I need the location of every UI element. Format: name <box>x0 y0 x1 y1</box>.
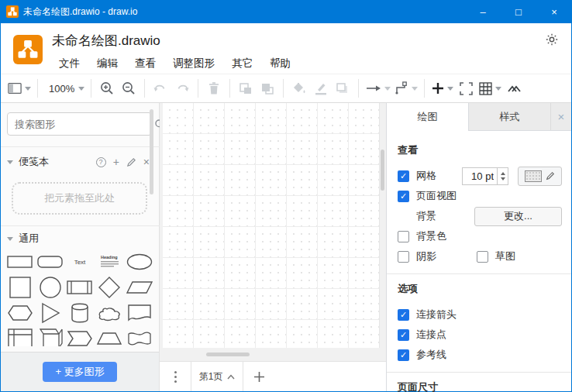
background-label: 背景 <box>416 209 436 223</box>
background-color-label: 背景色 <box>416 229 446 243</box>
fill-color-button[interactable] <box>288 77 310 99</box>
page-size-section-title: 页面尺寸 <box>398 380 562 392</box>
page-view-label: 页面视图 <box>416 189 457 203</box>
guides-checkbox[interactable]: ✓ <box>398 349 409 361</box>
shape-step[interactable] <box>66 327 94 347</box>
connection-arrow-button[interactable] <box>364 77 392 99</box>
connection-arrows-checkbox[interactable]: ✓ <box>398 309 409 321</box>
minimize-button[interactable]: – <box>465 0 501 23</box>
chevron-down-icon <box>7 160 13 164</box>
background-color-checkbox[interactable] <box>398 231 409 242</box>
menu-item-edit[interactable]: 编辑 <box>88 55 126 72</box>
shape-palette: Text Heading <box>5 249 154 346</box>
shape-search <box>7 112 152 136</box>
menu-item-view[interactable]: 查看 <box>126 55 164 72</box>
shape-circle[interactable] <box>36 276 64 299</box>
shape-text[interactable]: Text <box>66 250 94 273</box>
shape-process[interactable] <box>66 276 94 299</box>
chevron-down-icon <box>412 87 418 91</box>
menu-item-file[interactable]: 文件 <box>50 55 88 72</box>
tab-diagram[interactable]: 绘图 <box>387 103 469 131</box>
table-button[interactable] <box>477 77 503 99</box>
edit-pencil-icon[interactable] <box>126 157 136 167</box>
general-section[interactable]: 通用 <box>7 230 150 247</box>
grid-size-input[interactable] <box>462 167 498 185</box>
search-input[interactable] <box>8 119 154 130</box>
add-page-button[interactable] <box>243 362 274 391</box>
dropzone-hint: 把元素拖至此处 <box>44 191 115 205</box>
grid-checkbox[interactable]: ✓ <box>398 170 409 182</box>
sketch-checkbox[interactable] <box>477 251 488 263</box>
sidebar-scrollbar[interactable] <box>150 109 153 194</box>
delete-button[interactable] <box>203 77 225 99</box>
shadow-button[interactable] <box>332 77 353 99</box>
shape-cube[interactable] <box>36 327 64 347</box>
shape-heading[interactable]: Heading <box>95 250 123 273</box>
to-front-button[interactable] <box>235 77 257 99</box>
shape-trapezoid[interactable] <box>95 327 123 347</box>
shape-rounded-rectangle[interactable] <box>36 250 64 273</box>
drawing-page-grid[interactable] <box>163 103 380 348</box>
menu-item-help[interactable]: 帮助 <box>261 55 299 72</box>
waypoint-style-button[interactable] <box>392 77 419 99</box>
to-back-button[interactable] <box>257 77 278 99</box>
canvas-area[interactable]: 第1页 <box>160 103 386 391</box>
zoom-level-dropdown[interactable]: 100% <box>43 77 86 99</box>
shape-document[interactable] <box>126 301 153 325</box>
guides-label: 参考线 <box>416 348 446 362</box>
drawio-window: 未命名绘图.drawio - draw.io – □ × 未命名绘图.drawi… <box>0 0 572 392</box>
plus-icon <box>253 371 265 383</box>
zoom-out-button[interactable] <box>118 77 140 99</box>
shape-rectangle[interactable] <box>6 250 34 273</box>
tab-style[interactable]: 样式 <box>469 103 551 130</box>
fullscreen-button[interactable] <box>455 77 477 99</box>
canvas-vertical-scrollbar[interactable] <box>381 150 384 191</box>
more-shapes-button[interactable]: + 更多图形 <box>43 362 116 382</box>
close-icon[interactable]: × <box>143 156 150 167</box>
shadow-checkbox[interactable] <box>398 251 409 263</box>
change-background-button[interactable]: 更改... <box>474 207 562 226</box>
menu-item-arrange[interactable]: 调整图形 <box>164 55 223 72</box>
shape-triangle[interactable] <box>36 301 64 325</box>
scratchpad-section[interactable]: 便笺本 ? + × <box>7 153 150 170</box>
redo-button[interactable] <box>171 77 193 99</box>
shape-square[interactable] <box>6 276 34 299</box>
shape-cloud[interactable] <box>95 301 123 325</box>
collapse-expand-button[interactable] <box>503 77 525 99</box>
view-section-title: 查看 <box>398 143 562 157</box>
grid-color-swatch <box>525 170 542 182</box>
vertical-dots-icon <box>174 376 177 378</box>
shape-diamond[interactable] <box>95 276 123 299</box>
scratchpad-dropzone[interactable]: 把元素拖至此处 <box>12 182 147 215</box>
close-button[interactable]: × <box>536 0 572 23</box>
drawio-app-icon <box>6 5 19 18</box>
grid-color-button[interactable] <box>518 167 562 186</box>
add-icon[interactable]: + <box>113 156 119 167</box>
connection-points-checkbox[interactable]: ✓ <box>398 329 409 341</box>
page-tab-1[interactable]: 第1页 <box>191 362 243 391</box>
arrow-down-icon <box>501 177 505 181</box>
shape-cylinder[interactable] <box>66 301 94 325</box>
zoom-in-button[interactable] <box>96 77 118 99</box>
view-panels-button[interactable] <box>5 77 33 99</box>
grid-label: 网格 <box>416 169 436 183</box>
page-view-checkbox[interactable]: ✓ <box>398 191 409 202</box>
drawio-logo-icon <box>13 35 43 64</box>
insert-button[interactable] <box>429 77 455 99</box>
stepper-arrows[interactable] <box>498 167 508 185</box>
line-color-button[interactable] <box>310 77 332 99</box>
pages-menu-button[interactable] <box>160 362 191 391</box>
shape-internal-storage[interactable] <box>6 327 34 347</box>
undo-button[interactable] <box>150 77 171 99</box>
menubar: 文件 编辑 查看 调整图形 其它 帮助 <box>50 55 299 72</box>
shape-ellipse[interactable] <box>126 250 153 273</box>
canvas-horizontal-scrollbar[interactable] <box>206 352 250 356</box>
help-icon[interactable]: ? <box>96 157 106 167</box>
theme-toggle-sun-icon[interactable] <box>543 31 560 48</box>
shape-tape[interactable] <box>126 327 153 347</box>
menu-item-extras[interactable]: 其它 <box>223 55 261 72</box>
maximize-button[interactable]: □ <box>501 0 536 23</box>
shape-hexagon[interactable] <box>6 301 34 325</box>
panel-close-icon[interactable]: × <box>551 103 571 130</box>
shape-parallelogram[interactable] <box>126 276 153 299</box>
